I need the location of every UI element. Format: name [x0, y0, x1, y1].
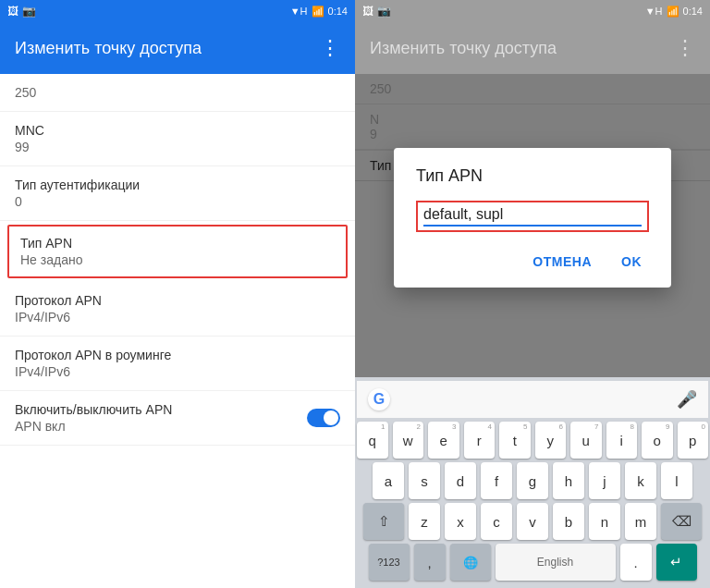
keyboard-row-2: a s d f g h j k l: [357, 462, 708, 499]
key-k[interactable]: k: [625, 462, 656, 499]
key-p[interactable]: p0: [678, 422, 709, 459]
left-status-bar: 🖼 📷 ▼H 📶 0:14: [0, 0, 355, 22]
list-item-auth-type[interactable]: Тип аутентификации 0: [0, 166, 355, 221]
keyboard-row-4: ?123 , 🌐 English . ↵: [357, 544, 708, 581]
right-gallery-icon: 🖼: [362, 5, 373, 18]
key-b[interactable]: b: [553, 503, 584, 540]
mic-icon[interactable]: 🎤: [677, 389, 697, 410]
list-item-apn-type-highlighted[interactable]: Тип APN Не задано: [7, 225, 348, 278]
keyboard-row-3: ⇧ z x c v b n m ⌫: [357, 503, 708, 540]
key-enter[interactable]: ↵: [656, 544, 697, 581]
status-bar-left-icons: 🖼 📷: [7, 5, 36, 18]
network-bars-icon: 📶: [312, 6, 324, 18]
apn-type-dialog: Тип APN ОТМЕНА OK: [394, 148, 671, 288]
keyboard: G 🎤 q1 w2 e3 r4 t5 y6 u7 i8 o9 p0 a s d …: [355, 377, 710, 588]
key-o[interactable]: o9: [642, 422, 673, 459]
key-d[interactable]: d: [445, 462, 476, 499]
google-g-icon[interactable]: G: [368, 388, 390, 410]
left-time: 0:14: [328, 6, 348, 17]
right-content: 250 N 9 Тип APN Тип APN ОТМЕНА OK: [355, 74, 710, 377]
left-more-button[interactable]: ⋮: [320, 36, 340, 60]
left-panel: 🖼 📷 ▼H 📶 0:14 Изменить точку доступа ⋮ 2…: [0, 0, 355, 588]
list-item-mnc[interactable]: MNC 99: [0, 112, 355, 166]
dialog-title: Тип APN: [416, 166, 649, 186]
key-z[interactable]: z: [409, 503, 440, 540]
key-m[interactable]: m: [625, 503, 656, 540]
key-q[interactable]: q1: [357, 422, 388, 459]
key-e[interactable]: e3: [428, 422, 459, 459]
dialog-input-wrapper[interactable]: [416, 201, 649, 232]
right-more-button[interactable]: ⋮: [675, 36, 695, 60]
key-n[interactable]: n: [589, 503, 620, 540]
key-j[interactable]: j: [589, 462, 620, 499]
key-r[interactable]: r4: [464, 422, 496, 459]
key-globe[interactable]: 🌐: [450, 544, 491, 581]
enable-apn-label: Включить/выключить APN APN вкл: [15, 402, 172, 434]
key-backspace[interactable]: ⌫: [661, 503, 702, 540]
key-g[interactable]: g: [517, 462, 548, 499]
right-panel: 🖼 📷 ▼H 📶 0:14 Изменить точку доступа ⋮ 2…: [355, 0, 710, 588]
left-toolbar: Изменить точку доступа ⋮: [0, 22, 355, 74]
signal-icon: ▼H: [290, 6, 308, 17]
right-signal-icon: ▼H: [645, 6, 663, 17]
keyboard-row-1: q1 w2 e3 r4 t5 y6 u7 i8 o9 p0: [357, 422, 708, 459]
key-num-toggle[interactable]: ?123: [369, 544, 410, 581]
key-s[interactable]: s: [409, 462, 440, 499]
key-v[interactable]: v: [517, 503, 548, 540]
key-period[interactable]: .: [620, 544, 652, 581]
key-y[interactable]: y6: [535, 422, 567, 459]
key-comma[interactable]: ,: [414, 544, 446, 581]
key-w[interactable]: w2: [393, 422, 424, 459]
dialog-cancel-button[interactable]: ОТМЕНА: [525, 251, 599, 273]
key-l[interactable]: l: [661, 462, 692, 499]
key-u[interactable]: u7: [570, 422, 602, 459]
key-shift[interactable]: ⇧: [363, 503, 404, 540]
left-toolbar-title: Изменить точку доступа: [15, 39, 202, 58]
gallery-icon: 🖼: [7, 5, 18, 18]
right-toolbar-title: Изменить точку доступа: [370, 39, 557, 58]
list-item-protocol-apn[interactable]: Протокол APN IPv4/IPv6: [0, 282, 355, 337]
dialog-input-field[interactable]: [423, 206, 642, 223]
right-toolbar: Изменить точку доступа ⋮: [355, 22, 710, 74]
dialog-input-underline: [423, 225, 642, 227]
list-item-protocol-apn-roaming[interactable]: Протокол APN в роуминге IPv4/IPv6: [0, 337, 355, 391]
right-camera-icon: 📷: [377, 5, 391, 18]
key-f[interactable]: f: [481, 462, 512, 499]
right-status-bar-right: ▼H 📶 0:14: [645, 6, 703, 18]
dialog-actions: ОТМЕНА OK: [416, 251, 649, 273]
key-a[interactable]: a: [373, 462, 404, 499]
right-status-bar: 🖼 📷 ▼H 📶 0:14: [355, 0, 710, 22]
dialog-ok-button[interactable]: OK: [614, 251, 649, 273]
right-network-icon: 📶: [667, 6, 679, 18]
keyboard-top-bar: G 🎤: [357, 381, 708, 418]
list-item-enable-apn[interactable]: Включить/выключить APN APN вкл: [0, 391, 355, 446]
camera-icon: 📷: [22, 5, 36, 18]
key-c[interactable]: c: [481, 503, 512, 540]
key-h[interactable]: h: [553, 462, 584, 499]
left-content-list: 250 MNC 99 Тип аутентификации 0 Тип APN …: [0, 74, 355, 588]
key-x[interactable]: x: [445, 503, 476, 540]
list-item-250: 250: [0, 74, 355, 112]
key-i[interactable]: i8: [606, 422, 638, 459]
key-space[interactable]: English: [496, 544, 616, 581]
key-t[interactable]: t5: [499, 422, 531, 459]
right-time: 0:14: [683, 6, 703, 17]
toggle-switch[interactable]: [307, 409, 340, 427]
dialog-overlay: Тип APN ОТМЕНА OK: [355, 74, 710, 377]
status-bar-right-info: ▼H 📶 0:14: [290, 6, 348, 18]
right-status-bar-left: 🖼 📷: [362, 5, 391, 18]
